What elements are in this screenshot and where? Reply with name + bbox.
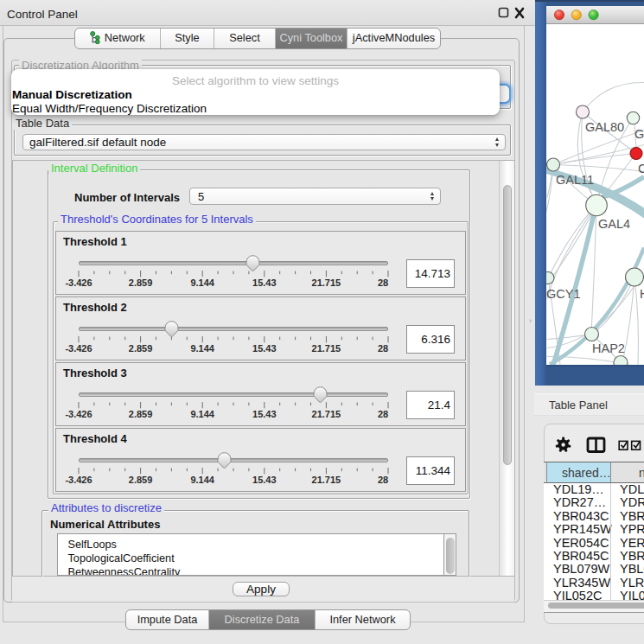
svg-text:GAL11: GAL11	[556, 172, 594, 186]
svg-text:GAL80: GAL80	[585, 120, 624, 134]
svg-text:HAP2: HAP2	[592, 341, 625, 354]
svg-text:GCY1: GCY1	[546, 287, 581, 301]
svg-text:GAL4: GAL4	[598, 217, 630, 231]
svg-text:GA: GA	[634, 126, 644, 140]
svg-text:H: H	[640, 286, 644, 300]
svg-text:C: C	[638, 161, 644, 175]
